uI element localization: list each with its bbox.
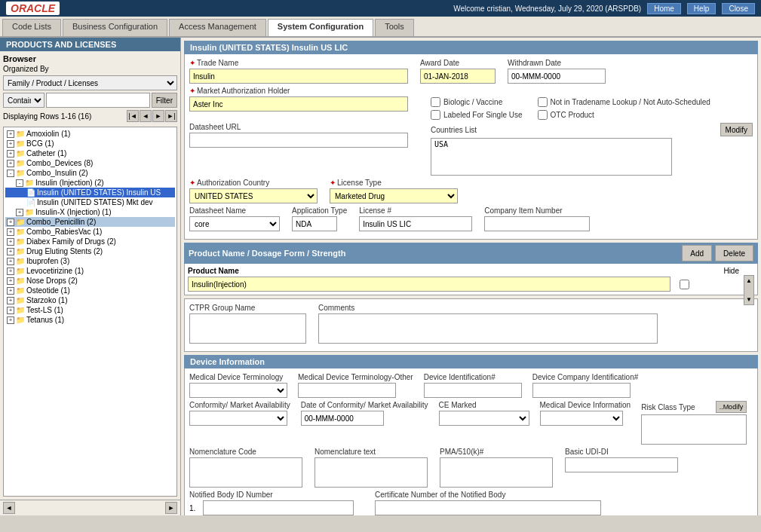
sidebar-scroll-left[interactable]: ◄ <box>3 502 15 514</box>
otc-checkbox[interactable] <box>538 110 548 120</box>
list-item[interactable]: + 📁 Drug Eluting Stents (2) <box>5 246 175 256</box>
pma-label: PMA/510(k)# <box>440 448 483 456</box>
search-input[interactable] <box>46 93 150 108</box>
nomenclature-text-textarea[interactable] <box>315 457 428 488</box>
tab-access-management[interactable]: Access Management <box>169 19 266 36</box>
list-item[interactable]: + 📁 Combo_Penicillin (2) <box>5 217 175 227</box>
not-tradename-checkbox[interactable] <box>538 97 548 107</box>
ctpr-textarea[interactable] <box>189 313 306 344</box>
labeled-checkbox[interactable] <box>431 110 440 120</box>
tab-business-config[interactable]: Business Configuration <box>63 19 167 36</box>
biologic-checkbox[interactable] <box>431 97 440 107</box>
modify-risk-button[interactable]: ..Modify <box>716 401 747 413</box>
market-auth-label: Market Authorization Holder <box>197 87 290 95</box>
products-title: PRODUCTS AND LICENSES <box>0 38 180 51</box>
list-item[interactable]: + 📁 Catheter (1) <box>5 148 175 158</box>
trade-name-input[interactable] <box>189 69 408 84</box>
product-name-label: Product Name <box>188 267 717 275</box>
nomenclature-text-label: Nomenclature text <box>315 448 376 456</box>
modify-countries-button[interactable]: Modify <box>720 123 753 136</box>
auth-country-select[interactable]: UNITED STATES <box>189 188 318 203</box>
tab-tools[interactable]: Tools <box>375 19 414 36</box>
list-item[interactable]: + 📁 Starzoko (1) <box>5 295 175 305</box>
nav-last[interactable]: ►| <box>165 110 177 122</box>
app-type-label: Application Type <box>292 206 347 215</box>
basic-udi-label: Basic UDI-DI <box>565 448 609 456</box>
med-device-term-other-input[interactable] <box>298 383 396 398</box>
list-item[interactable]: + 📁 Osteotide (1) <box>5 286 175 295</box>
list-item[interactable]: + 📁 Diabex Family of Drugs (2) <box>5 237 175 246</box>
conformity-select[interactable] <box>189 411 287 426</box>
close-button[interactable]: Close <box>722 3 755 14</box>
med-device-info-select[interactable] <box>540 411 623 426</box>
award-date-input[interactable] <box>420 69 496 84</box>
countries-textarea[interactable]: USA <box>431 138 672 176</box>
labeled-label: Labeled For Single Use <box>443 111 523 119</box>
list-item[interactable]: 📄 Insulin (UNITED STATES) Insulin US <box>5 188 175 197</box>
product-name-input[interactable] <box>188 277 670 292</box>
add-product-button[interactable]: Add <box>682 245 712 261</box>
list-item[interactable]: + 📁 Test-LS (1) <box>5 305 175 315</box>
nav-next[interactable]: ► <box>152 110 164 122</box>
ce-marked-select[interactable] <box>439 411 529 426</box>
delete-product-button[interactable]: Delete <box>715 245 753 261</box>
license-type-label: License Type <box>337 179 382 187</box>
datasheet-url-label: Datasheet URL <box>189 123 241 131</box>
comments-textarea[interactable] <box>318 313 658 344</box>
app-type-input[interactable] <box>292 216 337 231</box>
help-button[interactable]: Help <box>687 3 717 14</box>
filter-button[interactable]: Filter <box>152 93 177 108</box>
notified-body-1-input[interactable] <box>203 500 354 515</box>
section-header: Insulin (UNITED STATES) Insulin US LIC <box>184 41 758 54</box>
list-item[interactable]: 📄 Insulin (UNITED STATES) Mkt dev <box>5 197 175 207</box>
list-item[interactable]: + 📁 Levocetirizine (1) <box>5 266 175 276</box>
license-type-select[interactable]: Marketed Drug <box>330 188 458 203</box>
list-item[interactable]: - 📁 Insulin (Injection) (2) <box>5 178 175 188</box>
list-item[interactable]: + 📁 Ibuprofen (3) <box>5 256 175 266</box>
cert-number-1-input[interactable] <box>375 500 601 515</box>
pma-textarea[interactable] <box>440 457 553 488</box>
nav-first[interactable]: |◄ <box>127 110 139 122</box>
tab-code-lists[interactable]: Code Lists <box>2 19 61 36</box>
notified-body-label: Notified Body ID Number <box>189 491 273 499</box>
list-item[interactable]: + 📁 Tetanus (1) <box>5 315 175 325</box>
home-button[interactable]: Home <box>647 3 681 14</box>
browser-label: Browser <box>3 54 177 63</box>
basic-udi-input[interactable] <box>565 457 678 472</box>
list-item[interactable]: + 📁 BCG (1) <box>5 139 175 148</box>
contains-select[interactable]: Contains <box>3 93 44 108</box>
datasheet-name-select[interactable]: core <box>189 216 280 231</box>
hide-checkbox[interactable] <box>680 280 689 289</box>
comments-label: Comments <box>318 304 354 312</box>
list-item[interactable]: + 📁 Nose Drops (2) <box>5 276 175 286</box>
device-id-input[interactable] <box>424 383 522 398</box>
withdrawn-date-label: Withdrawn Date <box>508 59 561 67</box>
med-device-term-select[interactable] <box>189 383 287 398</box>
list-item[interactable]: + 📁 Insulin-X (Injection) (1) <box>5 207 175 217</box>
date-conformity-label: Date of Conformity/ Market Availability <box>301 401 428 409</box>
nomenclature-code-textarea[interactable] <box>189 457 302 488</box>
market-auth-input[interactable] <box>189 96 408 112</box>
list-item[interactable]: - 📁 Combo_Insulin (2) <box>5 168 175 178</box>
datasheet-url-input[interactable] <box>189 133 408 148</box>
countries-list-label: Countries List <box>431 126 477 134</box>
list-item[interactable]: + 📁 Combo_Devices (8) <box>5 158 175 168</box>
hide-label: Hide <box>723 267 739 275</box>
device-section-header: Device Information <box>184 355 758 368</box>
product-dosage-label: Product Name / Dosage Form / Strength <box>189 249 345 258</box>
trade-name-label: Trade Name <box>197 59 238 67</box>
device-company-id-input[interactable] <box>532 383 631 398</box>
risk-class-textarea[interactable] <box>641 414 747 445</box>
sidebar-scroll-right[interactable]: ► <box>165 502 177 514</box>
license-num-input[interactable] <box>359 216 472 231</box>
tab-system-configuration[interactable]: System Configuration <box>268 19 373 36</box>
list-item[interactable]: + 📁 Combo_RabiesVac (1) <box>5 227 175 237</box>
nav-prev[interactable]: ◄ <box>140 110 152 122</box>
date-conformity-input[interactable] <box>301 411 384 426</box>
list-item[interactable]: + 📁 Amoxiolin (1) <box>5 129 175 139</box>
withdrawn-date-input[interactable] <box>508 69 606 84</box>
company-item-input[interactable] <box>484 216 590 231</box>
welcome-text: Welcome cristian, Wednesday, July 29, 20… <box>453 5 641 13</box>
organized-by-select[interactable]: Family / Product / Licenses <box>3 75 177 90</box>
required-star4: ✦ <box>330 179 336 187</box>
